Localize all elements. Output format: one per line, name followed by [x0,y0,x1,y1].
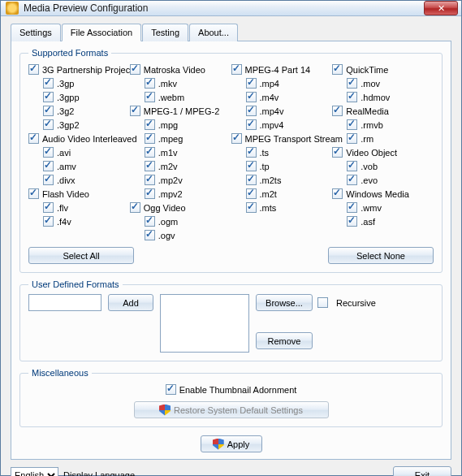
format-checkbox[interactable] [145,188,155,199]
format-checkbox[interactable] [347,133,357,144]
format-checkbox[interactable] [28,188,39,199]
tab-testing[interactable]: Testing [142,24,188,41]
format-checkbox[interactable] [145,161,155,171]
udf-extension-input[interactable] [28,294,101,311]
select-all-button[interactable]: Select All [28,247,134,264]
format-checkbox[interactable] [145,92,155,102]
format-label: .ts [260,148,270,158]
format-label: .m2ts [260,175,282,185]
format-label: .m2v [158,162,178,171]
language-select[interactable]: English [11,467,58,477]
format-checkbox[interactable] [246,188,257,199]
format-checkbox[interactable] [347,92,357,102]
format-checkbox[interactable] [246,92,257,102]
format-checkbox[interactable] [332,64,343,75]
format-row: .tp [231,159,333,173]
format-checkbox[interactable] [130,202,140,213]
format-row: .avi [28,145,130,159]
format-checkbox[interactable] [347,119,357,130]
format-checkbox[interactable] [130,64,140,75]
format-checkbox[interactable] [145,78,155,89]
format-label: .mov [361,79,380,89]
format-row: .rmvb [332,118,434,132]
format-label: .3g2 [57,106,74,116]
format-checkbox[interactable] [246,175,257,185]
format-checkbox[interactable] [145,119,155,130]
format-label: .flv [57,203,68,213]
format-label: .m4v [260,93,279,102]
format-label: .amv [57,162,76,171]
format-row: .m2ts [231,173,333,187]
format-checkbox[interactable] [43,161,54,171]
format-checkbox[interactable] [231,64,242,75]
supported-formats-legend: Supported Formats [28,48,111,58]
exit-button[interactable]: Exit [393,466,451,476]
format-checkbox[interactable] [43,216,54,227]
format-checkbox[interactable] [246,119,257,130]
format-checkbox[interactable] [246,78,257,89]
format-row: .m4v [231,90,333,104]
format-checkbox[interactable] [145,216,155,227]
tab-settings[interactable]: Settings [11,24,61,41]
format-row: Matroska Video [130,63,231,76]
browse-button[interactable]: Browse... [256,294,313,311]
format-checkbox[interactable] [231,133,242,144]
format-checkbox[interactable] [130,106,140,116]
format-label: Video Object [346,148,397,158]
select-none-button[interactable]: Select None [328,247,434,264]
restore-defaults-button[interactable]: Restore System Default Settings [134,401,329,418]
format-checkbox[interactable] [43,92,54,102]
format-checkbox[interactable] [347,78,357,89]
format-label: Matroska Video [144,65,205,75]
format-row: RealMedia [332,104,434,118]
format-checkbox[interactable] [332,106,343,116]
udf-legend: User Defined Formats [28,279,123,289]
format-checkbox[interactable] [347,216,357,227]
tab-about[interactable]: About... [189,24,238,41]
format-checkbox[interactable] [145,230,155,240]
format-checkbox[interactable] [246,202,257,213]
format-checkbox[interactable] [246,161,257,171]
format-checkbox[interactable] [28,64,39,75]
format-checkbox[interactable] [145,147,155,158]
format-row: MPEG Transport Stream [231,132,333,145]
shield-icon [159,405,171,416]
enable-thumbnail-checkbox[interactable] [166,384,176,395]
format-row: .mts [231,201,333,214]
format-label: .asf [361,217,375,227]
format-checkbox[interactable] [43,175,54,185]
format-label: .hdmov [361,93,390,102]
format-row: .asf [332,214,434,228]
format-row: .m1v [130,145,231,159]
format-checkbox[interactable] [145,133,155,144]
format-label: Ogg Video [144,203,186,213]
format-label: .wmv [361,203,382,213]
misc-legend: Miscellaneous [28,368,92,378]
format-checkbox[interactable] [332,188,343,199]
format-label: .f4v [57,217,71,227]
udf-listbox[interactable] [160,294,249,353]
format-checkbox[interactable] [43,202,54,213]
format-checkbox[interactable] [332,147,343,158]
format-checkbox[interactable] [246,106,257,116]
close-button[interactable]: ✕ [424,1,458,15]
format-label: .m2t [260,189,277,199]
format-checkbox[interactable] [28,133,39,144]
apply-button[interactable]: Apply [201,435,262,452]
format-checkbox[interactable] [43,119,54,130]
format-row: .m2t [231,187,333,201]
recursive-checkbox[interactable] [317,297,328,308]
format-checkbox[interactable] [43,78,54,89]
format-label: .rmvb [361,120,383,130]
format-checkbox[interactable] [347,161,357,171]
tab-file-association[interactable]: File Association [62,24,141,41]
format-checkbox[interactable] [43,147,54,158]
format-checkbox[interactable] [43,106,54,116]
format-checkbox[interactable] [347,202,357,213]
supported-formats-group: Supported Formats 3G Partnership Project… [19,48,443,273]
remove-button[interactable]: Remove [256,332,313,349]
format-checkbox[interactable] [347,175,357,185]
format-checkbox[interactable] [145,175,155,185]
format-checkbox[interactable] [246,147,257,158]
add-button[interactable]: Add [108,294,153,311]
